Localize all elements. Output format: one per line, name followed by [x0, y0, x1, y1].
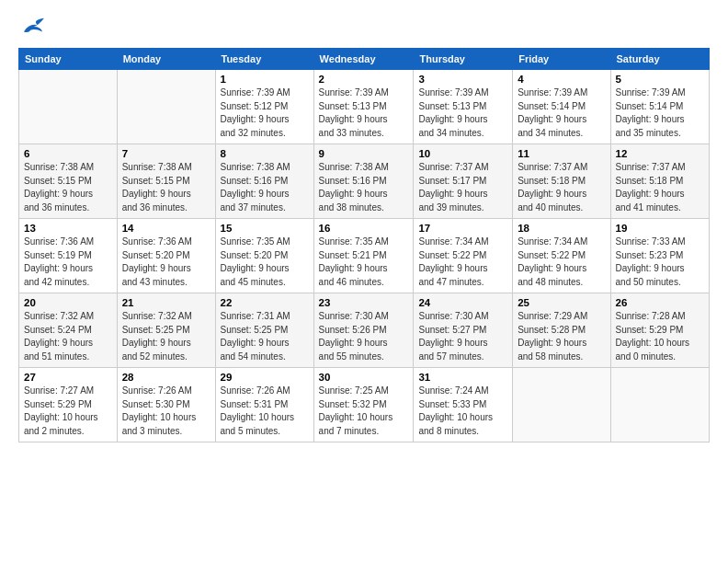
day-info: Sunrise: 7:38 AM Sunset: 5:16 PM Dayligh…	[319, 161, 409, 214]
day-info: Sunrise: 7:38 AM Sunset: 5:16 PM Dayligh…	[221, 161, 309, 214]
header-wednesday: Wednesday	[313, 49, 414, 70]
calendar-cell: 21Sunrise: 7:32 AM Sunset: 5:25 PM Dayli…	[117, 293, 215, 368]
calendar-cell: 11Sunrise: 7:37 AM Sunset: 5:18 PM Dayli…	[513, 144, 610, 219]
day-number: 24	[418, 297, 507, 308]
calendar-cell	[19, 70, 118, 144]
calendar-cell: 7Sunrise: 7:38 AM Sunset: 5:15 PM Daylig…	[117, 144, 215, 219]
day-number: 14	[122, 223, 210, 234]
day-number: 10	[418, 148, 507, 159]
day-info: Sunrise: 7:35 AM Sunset: 5:21 PM Dayligh…	[319, 236, 409, 289]
calendar-cell: 6Sunrise: 7:38 AM Sunset: 5:15 PM Daylig…	[19, 144, 118, 219]
day-number: 7	[122, 148, 210, 159]
calendar-cell: 2Sunrise: 7:39 AM Sunset: 5:13 PM Daylig…	[313, 70, 414, 144]
week-row-2: 13Sunrise: 7:36 AM Sunset: 5:19 PM Dayli…	[19, 219, 710, 293]
week-row-4: 27Sunrise: 7:27 AM Sunset: 5:29 PM Dayli…	[19, 368, 710, 442]
day-number: 31	[418, 372, 507, 383]
calendar-cell: 19Sunrise: 7:33 AM Sunset: 5:23 PM Dayli…	[610, 219, 709, 293]
calendar-cell: 16Sunrise: 7:35 AM Sunset: 5:21 PM Dayli…	[313, 219, 414, 293]
day-info: Sunrise: 7:38 AM Sunset: 5:15 PM Dayligh…	[122, 161, 210, 214]
day-info: Sunrise: 7:36 AM Sunset: 5:20 PM Dayligh…	[122, 236, 210, 289]
day-info: Sunrise: 7:25 AM Sunset: 5:32 PM Dayligh…	[319, 385, 409, 438]
day-info: Sunrise: 7:30 AM Sunset: 5:26 PM Dayligh…	[319, 310, 409, 363]
day-number: 9	[319, 148, 409, 159]
day-number: 4	[518, 74, 605, 85]
week-row-1: 6Sunrise: 7:38 AM Sunset: 5:15 PM Daylig…	[19, 144, 710, 219]
day-number: 17	[418, 223, 507, 234]
day-info: Sunrise: 7:29 AM Sunset: 5:28 PM Dayligh…	[518, 310, 605, 363]
calendar-cell: 28Sunrise: 7:26 AM Sunset: 5:30 PM Dayli…	[117, 368, 215, 442]
day-info: Sunrise: 7:31 AM Sunset: 5:25 PM Dayligh…	[221, 310, 309, 363]
calendar-cell: 25Sunrise: 7:29 AM Sunset: 5:28 PM Dayli…	[513, 293, 610, 368]
header-monday: Monday	[117, 49, 215, 70]
calendar-cell: 26Sunrise: 7:28 AM Sunset: 5:29 PM Dayli…	[610, 293, 709, 368]
calendar-cell: 23Sunrise: 7:30 AM Sunset: 5:26 PM Dayli…	[313, 293, 414, 368]
day-number: 18	[518, 223, 605, 234]
header-row: SundayMondayTuesdayWednesdayThursdayFrid…	[19, 49, 710, 70]
day-info: Sunrise: 7:37 AM Sunset: 5:18 PM Dayligh…	[616, 161, 704, 214]
calendar-cell: 1Sunrise: 7:39 AM Sunset: 5:12 PM Daylig…	[215, 70, 313, 144]
day-info: Sunrise: 7:36 AM Sunset: 5:19 PM Dayligh…	[24, 236, 112, 289]
calendar-cell: 24Sunrise: 7:30 AM Sunset: 5:27 PM Dayli…	[414, 293, 513, 368]
day-info: Sunrise: 7:34 AM Sunset: 5:22 PM Dayligh…	[518, 236, 605, 289]
day-number: 16	[319, 223, 409, 234]
day-info: Sunrise: 7:28 AM Sunset: 5:29 PM Dayligh…	[616, 310, 704, 363]
logo	[18, 17, 46, 37]
calendar-cell: 17Sunrise: 7:34 AM Sunset: 5:22 PM Dayli…	[414, 219, 513, 293]
calendar-cell: 10Sunrise: 7:37 AM Sunset: 5:17 PM Dayli…	[414, 144, 513, 219]
calendar-cell	[513, 368, 610, 442]
week-row-3: 20Sunrise: 7:32 AM Sunset: 5:24 PM Dayli…	[19, 293, 710, 368]
day-number: 8	[221, 148, 309, 159]
calendar-cell: 27Sunrise: 7:27 AM Sunset: 5:29 PM Dayli…	[19, 368, 118, 442]
calendar-cell: 3Sunrise: 7:39 AM Sunset: 5:13 PM Daylig…	[414, 70, 513, 144]
day-info: Sunrise: 7:39 AM Sunset: 5:14 PM Dayligh…	[518, 86, 605, 140]
day-info: Sunrise: 7:39 AM Sunset: 5:13 PM Dayligh…	[418, 86, 507, 140]
calendar-cell: 31Sunrise: 7:24 AM Sunset: 5:33 PM Dayli…	[414, 368, 513, 442]
day-info: Sunrise: 7:35 AM Sunset: 5:20 PM Dayligh…	[221, 236, 309, 289]
day-number: 25	[518, 297, 605, 308]
calendar-cell: 5Sunrise: 7:39 AM Sunset: 5:14 PM Daylig…	[610, 70, 709, 144]
day-info: Sunrise: 7:39 AM Sunset: 5:13 PM Dayligh…	[319, 86, 409, 140]
page: SundayMondayTuesdayWednesdayThursdayFrid…	[0, 0, 728, 459]
calendar-cell: 12Sunrise: 7:37 AM Sunset: 5:18 PM Dayli…	[610, 144, 709, 219]
day-info: Sunrise: 7:27 AM Sunset: 5:29 PM Dayligh…	[24, 385, 112, 438]
day-number: 6	[24, 148, 112, 159]
day-number: 21	[122, 297, 210, 308]
header-sunday: Sunday	[19, 49, 118, 70]
day-info: Sunrise: 7:26 AM Sunset: 5:30 PM Dayligh…	[122, 385, 210, 438]
calendar-cell: 22Sunrise: 7:31 AM Sunset: 5:25 PM Dayli…	[215, 293, 313, 368]
day-number: 13	[24, 223, 112, 234]
day-info: Sunrise: 7:39 AM Sunset: 5:12 PM Dayligh…	[221, 86, 309, 140]
day-info: Sunrise: 7:37 AM Sunset: 5:18 PM Dayligh…	[518, 161, 605, 214]
day-info: Sunrise: 7:34 AM Sunset: 5:22 PM Dayligh…	[418, 236, 507, 289]
day-number: 12	[616, 148, 704, 159]
logo-bird-icon	[20, 17, 46, 37]
calendar-cell: 13Sunrise: 7:36 AM Sunset: 5:19 PM Dayli…	[19, 219, 118, 293]
calendar-cell	[117, 70, 215, 144]
calendar-cell: 30Sunrise: 7:25 AM Sunset: 5:32 PM Dayli…	[313, 368, 414, 442]
day-number: 19	[616, 223, 704, 234]
day-number: 23	[319, 297, 409, 308]
day-number: 26	[616, 297, 704, 308]
calendar-cell	[610, 368, 709, 442]
day-number: 5	[616, 74, 704, 85]
day-info: Sunrise: 7:37 AM Sunset: 5:17 PM Dayligh…	[418, 161, 507, 214]
day-info: Sunrise: 7:38 AM Sunset: 5:15 PM Dayligh…	[24, 161, 112, 214]
calendar-cell: 20Sunrise: 7:32 AM Sunset: 5:24 PM Dayli…	[19, 293, 118, 368]
header-friday: Friday	[513, 49, 610, 70]
header-thursday: Thursday	[414, 49, 513, 70]
day-info: Sunrise: 7:30 AM Sunset: 5:27 PM Dayligh…	[418, 310, 507, 363]
calendar-table: SundayMondayTuesdayWednesdayThursdayFrid…	[18, 48, 710, 442]
day-number: 27	[24, 372, 112, 383]
day-info: Sunrise: 7:32 AM Sunset: 5:24 PM Dayligh…	[24, 310, 112, 363]
day-number: 1	[221, 74, 309, 85]
calendar-cell: 4Sunrise: 7:39 AM Sunset: 5:14 PM Daylig…	[513, 70, 610, 144]
week-row-0: 1Sunrise: 7:39 AM Sunset: 5:12 PM Daylig…	[19, 70, 710, 144]
day-info: Sunrise: 7:33 AM Sunset: 5:23 PM Dayligh…	[616, 236, 704, 289]
day-number: 2	[319, 74, 409, 85]
day-info: Sunrise: 7:39 AM Sunset: 5:14 PM Dayligh…	[616, 86, 704, 140]
header	[18, 17, 710, 37]
day-number: 30	[319, 372, 409, 383]
day-number: 3	[418, 74, 507, 85]
calendar-cell: 9Sunrise: 7:38 AM Sunset: 5:16 PM Daylig…	[313, 144, 414, 219]
calendar-cell: 8Sunrise: 7:38 AM Sunset: 5:16 PM Daylig…	[215, 144, 313, 219]
